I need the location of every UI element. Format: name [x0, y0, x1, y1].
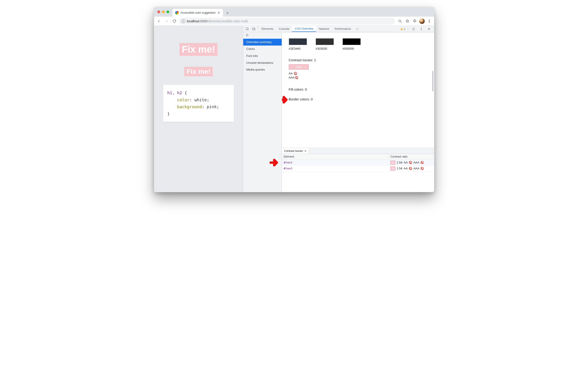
svg-point-8: [421, 28, 421, 28]
zoom-icon[interactable]: [397, 18, 403, 25]
url-text: localhost:8080/demo/accessible-color-mul…: [187, 19, 248, 23]
contrast-issues-heading: Contrast issues: 1: [289, 58, 434, 62]
fail-icon: [421, 167, 423, 170]
svg-point-3: [429, 22, 429, 22]
fail-icon: [409, 167, 412, 170]
color-swatch-row: [289, 38, 434, 45]
content-area: Fix me! Fix me! h1, h2 { color: white; b…: [154, 26, 434, 192]
tab-strip: Accessible color suggestion ✕ ＋: [154, 7, 434, 17]
css-overview-body: Overview summary Colors Font info Unused…: [243, 32, 434, 192]
color-swatch[interactable]: [342, 38, 361, 45]
code-snippet: h1, h2 { color: white; background: pink;…: [163, 85, 234, 122]
nav-forward-button[interactable]: [163, 18, 170, 25]
contrast-swatch-icon: Aa: [390, 167, 395, 170]
tab-performance[interactable]: Performance: [332, 26, 354, 32]
contrast-text-chip[interactable]: Text: [289, 64, 309, 70]
color-swatch[interactable]: [316, 38, 334, 45]
svg-point-10: [421, 30, 421, 30]
window-controls: [156, 7, 171, 17]
tab-title: Accessible color suggestion: [181, 11, 216, 14]
color-label-row: #2E3440 #303030 #000000: [289, 47, 434, 50]
tab-more[interactable]: »: [354, 26, 361, 32]
new-tab-button[interactable]: ＋: [224, 10, 231, 16]
col-header-element[interactable]: Element: [282, 154, 389, 159]
tab-elements[interactable]: Elements: [259, 26, 276, 32]
address-bar[interactable]: i localhost:8080/demo/accessible-color-m…: [179, 18, 395, 25]
bottom-panel-rows: #text Aa 1.54 AA AAA #text: [282, 160, 434, 171]
clear-overview-icon[interactable]: [243, 32, 282, 39]
tab-network[interactable]: Network: [316, 26, 332, 32]
sidebar-item-media-queries[interactable]: Media queries: [243, 66, 282, 73]
inspect-element-icon[interactable]: [244, 26, 251, 32]
nav-back-button[interactable]: [156, 18, 162, 25]
browser-window: Accessible color suggestion ✕ ＋ i localh…: [154, 7, 434, 192]
rendered-page: Fix me! Fix me! h1, h2 { color: white; b…: [154, 26, 243, 192]
annotation-arrow-icon: [282, 96, 290, 104]
contrast-aa-block: AA AAA: [289, 71, 434, 80]
color-swatch[interactable]: [289, 38, 307, 45]
nav-reload-button[interactable]: [171, 18, 178, 25]
sidebar-item-colors[interactable]: Colors: [243, 45, 282, 52]
table-row[interactable]: #text Aa 1.54 AA AAA: [282, 166, 434, 171]
scrollbar-thumb[interactable]: [432, 71, 433, 91]
warning-icon: [400, 28, 403, 30]
devtools-menu-icon[interactable]: [418, 27, 424, 31]
page-heading-2: Fix me!: [184, 67, 213, 76]
fail-icon: [409, 161, 412, 164]
devtools-settings-icon[interactable]: [410, 27, 417, 31]
col-header-contrast[interactable]: Contrast ratio: [389, 154, 434, 159]
window-minimize-button[interactable]: [162, 10, 165, 13]
bottom-panel-tabs: Contrast issues ✕: [282, 148, 434, 154]
devtools-panel: Elements Console CSS Overview Network Pe…: [243, 26, 434, 192]
svg-point-9: [421, 28, 421, 29]
contrast-swatch-icon: Aa: [390, 161, 395, 165]
sidebar-item-unused-declarations[interactable]: Unused declarations: [243, 60, 282, 66]
svg-point-7: [413, 28, 414, 29]
border-colors-heading: Border colors: 0: [289, 97, 434, 101]
fail-icon: [294, 72, 297, 75]
extensions-icon[interactable]: [411, 18, 418, 25]
device-toolbar-icon[interactable]: [251, 26, 257, 32]
profile-avatar[interactable]: [419, 18, 425, 25]
window-zoom-button[interactable]: [167, 10, 169, 13]
fail-icon: [295, 76, 298, 79]
warning-count-badge[interactable]: 1: [400, 27, 406, 30]
tab-console[interactable]: Console: [276, 26, 292, 32]
devtools-tabbar: Elements Console CSS Overview Network Pe…: [243, 26, 434, 32]
css-overview-scroll[interactable]: #FFFFFF #ABA800 #AD00A1 #4C566A #2E3440: [282, 32, 434, 148]
fill-colors-heading: Fill colors: 0: [289, 87, 434, 91]
css-overview-sidebar: Overview summary Colors Font info Unused…: [243, 32, 282, 192]
browser-menu-icon[interactable]: [426, 18, 433, 25]
table-row[interactable]: #text Aa 1.54 AA AAA: [282, 160, 434, 166]
svg-point-1: [429, 20, 429, 20]
bottom-tab-contrast-issues[interactable]: Contrast issues ✕: [282, 148, 309, 154]
tab-favicon-icon: [175, 11, 179, 15]
svg-point-2: [429, 21, 429, 21]
css-overview-main: #FFFFFF #ABA800 #AD00A1 #4C566A #2E3440: [282, 32, 434, 192]
contrast-issues-panel: Contrast issues ✕ Element Contrast ratio…: [282, 148, 434, 192]
window-close-button[interactable]: [157, 10, 160, 13]
tab-close-icon[interactable]: ✕: [217, 11, 220, 15]
bottom-panel-headers: Element Contrast ratio: [282, 154, 434, 160]
tab-css-overview[interactable]: CSS Overview: [292, 26, 316, 32]
fail-icon: [421, 161, 423, 164]
browser-tab[interactable]: Accessible color suggestion ✕: [172, 9, 223, 17]
devtools-close-icon[interactable]: [426, 27, 432, 31]
browser-toolbar: i localhost:8080/demo/accessible-color-m…: [154, 17, 434, 26]
sidebar-item-font-info[interactable]: Font info: [243, 53, 282, 60]
page-heading-1: Fix me!: [179, 43, 217, 56]
sidebar-item-overview-summary[interactable]: Overview summary: [243, 39, 282, 45]
site-info-icon[interactable]: i: [182, 19, 185, 23]
svg-point-0: [399, 20, 401, 22]
close-icon[interactable]: ✕: [304, 149, 307, 152]
bookmark-star-icon[interactable]: [404, 18, 411, 25]
